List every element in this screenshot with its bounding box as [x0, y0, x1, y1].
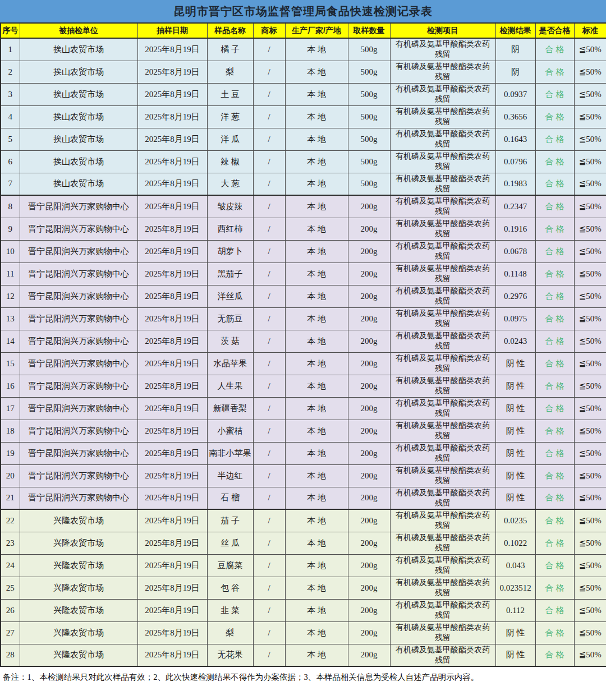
origin: 本 地: [285, 442, 348, 464]
sampled-unit: 挨山农贸市场: [20, 61, 137, 83]
test-item: 有机磷及氨基甲酸酯类农药残留: [390, 509, 495, 532]
table-row: 20晋宁昆阳润兴万家购物中心2025年8月19日半边红/本 地200g有机磷及氨…: [1, 464, 606, 487]
sampled-unit: 挨山农贸市场: [20, 173, 137, 195]
standard: ≦50%: [574, 375, 606, 397]
test-item: 有机磷及氨基甲酸酯类农药残留: [390, 599, 495, 621]
sample-name: 豆腐菜: [207, 554, 253, 577]
sampling-date: 2025年8月19日: [137, 464, 207, 487]
column-header: 生产厂家/产地: [285, 23, 348, 38]
test-item: 有机磷及氨基甲酸酯类农药残留: [390, 61, 495, 83]
test-item: 有机磷及氨基甲酸酯类农药残留: [390, 218, 495, 240]
sample-quantity: 500g: [348, 128, 390, 150]
standard: ≦50%: [574, 61, 606, 83]
brand: /: [253, 195, 285, 218]
sampled-unit: 晋宁昆阳润兴万家购物中心: [20, 262, 137, 285]
origin: 本 地: [285, 218, 348, 240]
sampling-date: 2025年8月19日: [137, 150, 207, 173]
table-row: 2挨山农贸市场2025年8月19日梨/本 地500g有机磷及氨基甲酸酯类农药残留…: [1, 61, 606, 83]
brand: /: [253, 240, 285, 262]
row-number: 15: [1, 352, 20, 375]
table-row: 12晋宁昆阳润兴万家购物中心2025年8月19日洋丝瓜/本 地200g有机磷及氨…: [1, 285, 606, 307]
row-number: 27: [1, 621, 20, 644]
table-row: 17晋宁昆阳润兴万家购物中心2025年8月19日新疆香梨/本 地200g有机磷及…: [1, 397, 606, 420]
sampled-unit: 晋宁昆阳润兴万家购物中心: [20, 442, 137, 464]
sampled-unit: 晋宁昆阳润兴万家购物中心: [20, 195, 137, 218]
qualified-status: 合 格: [535, 509, 574, 532]
qualified-status: 合 格: [535, 38, 574, 61]
sampling-date: 2025年8月19日: [137, 532, 207, 554]
sampled-unit: 晋宁昆阳润兴万家购物中心: [20, 420, 137, 442]
test-result: 0.2347: [495, 195, 535, 218]
sample-name: 茨 菇: [207, 330, 253, 352]
sample-quantity: 500g: [348, 150, 390, 173]
sample-quantity: 200g: [348, 397, 390, 420]
test-item: 有机磷及氨基甲酸酯类农药残留: [390, 240, 495, 262]
brand: /: [253, 285, 285, 307]
test-result: 0.3656: [495, 105, 535, 128]
brand: /: [253, 599, 285, 621]
row-number: 24: [1, 554, 20, 577]
table-row: 6挨山农贸市场2025年8月19日辣 椒/本 地500g有机磷及氨基甲酸酯类农药…: [1, 150, 606, 173]
standard: ≦50%: [574, 644, 606, 666]
brand: /: [253, 621, 285, 644]
qualified-status: 合 格: [535, 105, 574, 128]
sample-name: 水晶苹果: [207, 352, 253, 375]
sampled-unit: 晋宁昆阳润兴万家购物中心: [20, 375, 137, 397]
standard: ≦50%: [574, 285, 606, 307]
sampling-date: 2025年8月19日: [137, 487, 207, 509]
sample-quantity: 500g: [348, 61, 390, 83]
table-row: 8晋宁昆阳润兴万家购物中心2025年8月19日皱皮辣/本 地200g有机磷及氨基…: [1, 195, 606, 218]
sampled-unit: 晋宁昆阳润兴万家购物中心: [20, 240, 137, 262]
test-item: 有机磷及氨基甲酸酯类农药残留: [390, 330, 495, 352]
sample-name: 小蜜桔: [207, 420, 253, 442]
sampling-date: 2025年8月19日: [137, 240, 207, 262]
sample-quantity: 200g: [348, 218, 390, 240]
test-item: 有机磷及氨基甲酸酯类农药残留: [390, 195, 495, 218]
origin: 本 地: [285, 464, 348, 487]
sampled-unit: 兴隆农贸市场: [20, 577, 137, 599]
sample-quantity: 200g: [348, 420, 390, 442]
qualified-status: 合 格: [535, 352, 574, 375]
column-header: 检测项目: [390, 23, 495, 38]
table-row: 19晋宁昆阳润兴万家购物中心2025年8月19日南非小苹果/本 地200g有机磷…: [1, 442, 606, 464]
row-number: 3: [1, 83, 20, 105]
row-number: 8: [1, 195, 20, 218]
origin: 本 地: [285, 644, 348, 666]
sampling-date: 2025年8月19日: [137, 599, 207, 621]
origin: 本 地: [285, 352, 348, 375]
test-result: 0.043: [495, 554, 535, 577]
row-number: 16: [1, 375, 20, 397]
test-item: 有机磷及氨基甲酸酯类农药残留: [390, 150, 495, 173]
qualified-status: 合 格: [535, 464, 574, 487]
test-result: 0.0975: [495, 307, 535, 330]
standard: ≦50%: [574, 330, 606, 352]
sample-name: 韭 菜: [207, 599, 253, 621]
brand: /: [253, 375, 285, 397]
brand: /: [253, 397, 285, 420]
test-item: 有机磷及氨基甲酸酯类农药残留: [390, 128, 495, 150]
sampled-unit: 兴隆农贸市场: [20, 621, 137, 644]
sample-name: 无筋豆: [207, 307, 253, 330]
origin: 本 地: [285, 307, 348, 330]
row-number: 28: [1, 644, 20, 666]
brand: /: [253, 442, 285, 464]
table-row: 26兴隆农贸市场2025年8月19日韭 菜/本 地200g有机磷及氨基甲酸酯类农…: [1, 599, 606, 621]
standard: ≦50%: [574, 83, 606, 105]
row-number: 19: [1, 442, 20, 464]
test-item: 有机磷及氨基甲酸酯类农药残留: [390, 173, 495, 195]
sample-name: 半边红: [207, 464, 253, 487]
sampling-date: 2025年8月19日: [137, 644, 207, 666]
test-result: 0.023512: [495, 577, 535, 599]
test-result: 0.1148: [495, 262, 535, 285]
sample-quantity: 200g: [348, 352, 390, 375]
sample-name: 辣 椒: [207, 150, 253, 173]
sampled-unit: 兴隆农贸市场: [20, 532, 137, 554]
origin: 本 地: [285, 150, 348, 173]
sampling-date: 2025年8月19日: [137, 105, 207, 128]
origin: 本 地: [285, 262, 348, 285]
sample-quantity: 200g: [348, 195, 390, 218]
row-number: 21: [1, 487, 20, 509]
test-result: 阴 性: [495, 487, 535, 509]
test-result: 阴 性: [495, 442, 535, 464]
brand: /: [253, 352, 285, 375]
